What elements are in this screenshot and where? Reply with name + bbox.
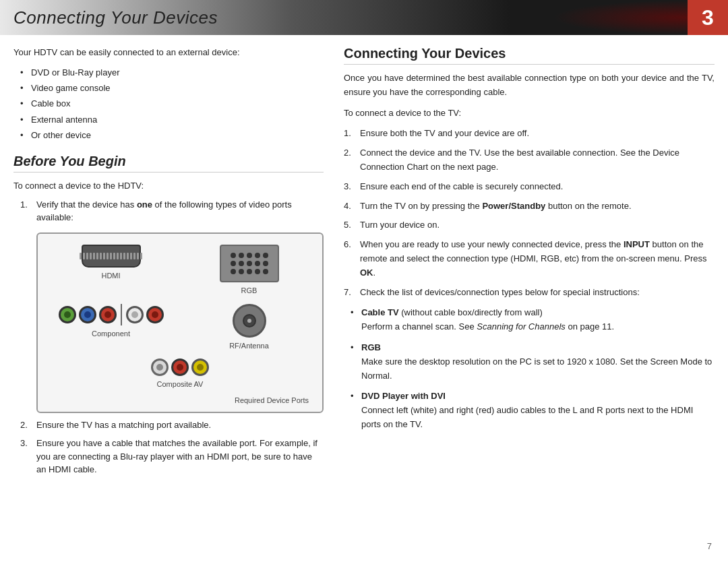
rca-red2-outer [146,306,164,323]
composite-white-inner [156,364,163,371]
rf-inner [243,314,256,327]
rgb-dot [247,269,252,274]
composite-connectors [151,358,209,376]
before-you-begin-steps: Verify that the device has one of the fo… [13,198,324,476]
list-item: Video game console [20,80,324,96]
hdmi-pin [113,253,115,259]
before-you-begin-heading: Before You Begin [13,154,324,173]
rgb-desc: Make sure the desktop resolution on the … [361,356,712,381]
composite-white-outer [151,358,169,376]
rgb-bold: RGB [361,342,381,352]
bullet-dvd-dvi: DVD Player with DVI Connect left (white)… [351,389,715,431]
rca-green-outer [59,306,76,323]
rf-connector [233,304,266,338]
rca-white-inner [131,311,138,318]
hdmi-pin [90,253,92,259]
component-connectors [59,304,164,325]
component-label: Component [92,328,130,340]
rgb-dot [263,269,268,274]
intro-text: Your HDTV can be easily connected to an … [13,46,324,59]
input-bold: INPUT [624,239,650,249]
ports-grid: HDMI [49,245,311,352]
composite-yellow [191,358,209,376]
hdmi-port-item: HDMI [49,245,173,296]
connect-hdtv-text: To connect a device to the HDTV: [13,179,324,193]
hdmi-pin [117,253,119,259]
hdmi-pin [130,253,132,259]
header-decoration [553,0,688,35]
cable-tv-bold: Cable TV [361,307,399,317]
hdmi-pin [133,253,135,259]
box-caption: Required Device Ports [49,395,311,406]
right-bullet-list: Cable TV (without cable box/directly fro… [351,306,715,431]
component-port-item: Component [49,304,173,352]
right-steps: Ensure both the TV and your device are o… [344,127,715,299]
power-standby-bold: Power/Standby [482,201,545,211]
right-step-1: Ensure both the TV and your device are o… [344,127,715,141]
rgb-dot [247,261,252,266]
divider [121,304,122,325]
hdmi-pin [86,253,88,259]
rgb-dot [231,269,236,274]
cable-tv-page: on page 11. [566,321,614,332]
scanning-italic: Scanning for Channels [477,321,566,332]
hdmi-pin [123,253,125,259]
rf-port-item: RF/Antenna [187,304,311,352]
rgb-dot [255,261,260,266]
right-intro: Once you have determined the best availa… [344,71,715,100]
list-item: External antenna [20,112,324,127]
composite-yellow-outer [191,358,209,376]
right-step-2: Connect the device and the TV. Use the b… [344,146,715,175]
right-step-5: Turn your device on. [344,218,715,232]
page-header: Connecting Your Devices 3 [0,0,728,35]
hdmi-pin [110,253,112,259]
cable-tv-desc: Perform a channel scan. See [361,321,477,332]
hdmi-connector [82,245,141,268]
bullet-cable-tv: Cable TV (without cable box/directly fro… [351,306,715,334]
page-title: Connecting Your Devices [13,7,218,28]
right-step-4: Turn the TV on by pressing the Power/Sta… [344,199,715,214]
dvd-dvi-bold: DVD Player with DVI [361,391,446,401]
rgb-label: RGB [241,285,257,296]
device-list: DVD or Blu-Ray player Video game console… [20,65,324,144]
hdmi-pin [83,253,85,259]
hdmi-pin [107,253,109,259]
list-item: Cable box [20,96,324,111]
rca-red-2 [146,306,164,323]
right-connect-text: To connect a device to the TV: [344,106,715,121]
rgb-dot [255,253,260,258]
rf-center [247,319,251,323]
chapter-number: 3 [688,0,728,35]
rgb-dots-grid [228,250,271,277]
rgb-dot [263,253,268,258]
rgb-dot [231,253,236,258]
hdmi-label: HDMI [101,270,120,282]
rca-red-outer [99,306,117,323]
page-footer: 7 [707,541,712,551]
main-content: Your HDTV can be easily connected to an … [0,35,728,498]
rgb-dot [239,269,244,274]
rca-red [99,306,117,323]
composite-red-inner [177,364,183,371]
step-3: Ensure you have a cable that matches the… [20,437,324,476]
rgb-dot [239,253,244,258]
list-item: DVD or Blu-Ray player [20,65,324,80]
rgb-dot [231,261,236,266]
rgb-port-item: RGB [187,245,311,296]
rca-blue-inner [84,311,91,318]
composite-red [171,358,189,376]
composite-red-outer [171,358,189,376]
rgb-dot [263,261,268,266]
step-2: Ensure the TV has a matching port availa… [20,418,324,432]
rca-white [126,306,144,323]
composite-white [151,358,169,376]
left-column: Your HDTV can be easily connected to an … [13,46,324,485]
rca-white-outer [126,306,144,323]
rca-blue-outer [79,306,96,323]
page-number: 7 [707,541,712,551]
rgb-dot [239,261,244,266]
right-heading: Connecting Your Devices [344,46,715,65]
hdmi-pin [103,253,105,259]
hdmi-pin [127,253,129,259]
rgb-dot [247,253,252,258]
